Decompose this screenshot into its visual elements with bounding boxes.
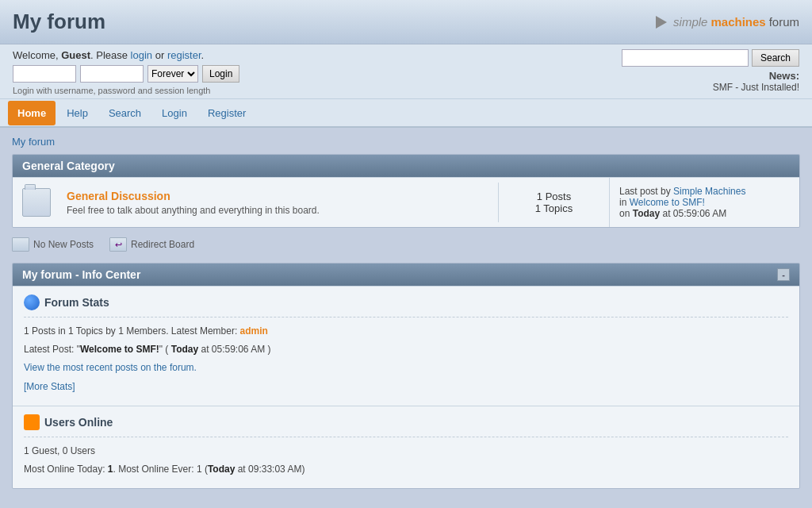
smf-logo-machines: machines bbox=[710, 15, 765, 29]
lastpost-topic[interactable]: Welcome to SMF! bbox=[630, 197, 705, 208]
board-info: General Discussion Feel free to talk abo… bbox=[60, 182, 498, 224]
legend-redirect-icon bbox=[109, 237, 127, 252]
welcome-text: Welcome, Guest. Please login or register… bbox=[13, 49, 239, 61]
recent-posts-link[interactable]: View the most recent posts on the forum. bbox=[24, 362, 197, 373]
nav-help[interactable]: Help bbox=[57, 101, 98, 125]
site-header: My forum simplemachines forum bbox=[0, 0, 812, 44]
nav-home[interactable]: Home bbox=[8, 101, 56, 125]
recent-posts-line: View the most recent posts on the forum. bbox=[24, 360, 788, 375]
login-hint: Login with username, password and sessio… bbox=[13, 86, 239, 95]
main-content: My forum General Category General Discus… bbox=[6, 136, 806, 489]
news-content: SMF - Just Installed! bbox=[713, 82, 799, 93]
board-lastpost: Last post by Simple Machines in Welcome … bbox=[609, 178, 799, 227]
search-input[interactable] bbox=[622, 49, 749, 67]
board-row: General Discussion Feel free to talk abo… bbox=[13, 177, 799, 227]
news-label: News: bbox=[769, 70, 799, 82]
lastpost-today: Today bbox=[633, 208, 660, 219]
smf-logo-simple: simple bbox=[673, 15, 707, 29]
password-input[interactable] bbox=[80, 65, 144, 83]
divider2 bbox=[24, 437, 788, 437]
category-title: General Category bbox=[22, 160, 115, 172]
smf-logo-arrow bbox=[656, 16, 667, 29]
legend-no-new-posts: No New Posts bbox=[12, 237, 94, 252]
info-center-title: My forum - Info Center bbox=[22, 268, 140, 281]
board-icon bbox=[13, 179, 60, 226]
username-input[interactable] bbox=[13, 65, 76, 83]
latest-post-link[interactable]: Welcome to SMF! bbox=[80, 344, 159, 355]
nav-search[interactable]: Search bbox=[99, 101, 151, 125]
search-button[interactable]: Search bbox=[752, 49, 799, 67]
latest-post-line: Latest Post: "Welcome to SMF!" ( Today a… bbox=[24, 342, 788, 357]
smf-logo-forum: forum bbox=[769, 15, 799, 29]
register-link[interactable]: register bbox=[167, 49, 201, 61]
login-link[interactable]: login bbox=[131, 49, 152, 61]
lastpost-time: at 05:59:06 AM bbox=[660, 208, 726, 219]
legend-folder-icon bbox=[12, 237, 29, 252]
topbar: Welcome, Guest. Please login or register… bbox=[0, 44, 812, 99]
breadcrumb-link[interactable]: My forum bbox=[12, 136, 55, 148]
login-form: Forever Login bbox=[13, 65, 239, 83]
more-stats-link[interactable]: [More Stats] bbox=[24, 381, 75, 392]
login-button[interactable]: Login bbox=[202, 65, 239, 83]
nav-login[interactable]: Login bbox=[152, 101, 197, 125]
nav-register[interactable]: Register bbox=[198, 101, 255, 125]
board-topics: 1 Topics bbox=[505, 202, 603, 214]
topbar-right: Search News: SMF - Just Installed! bbox=[622, 49, 799, 93]
admin-link[interactable]: admin bbox=[240, 325, 268, 337]
users-online-section: Users Online 1 Guest, 0 Users Most Onlin… bbox=[13, 406, 799, 488]
search-row: Search bbox=[622, 49, 799, 67]
globe-icon bbox=[24, 294, 40, 310]
board-description: Feel free to talk about anything and eve… bbox=[67, 205, 492, 216]
forum-stats-section: Forum Stats 1 Posts in 1 Topics by 1 Mem… bbox=[13, 286, 799, 406]
users-online-title: Users Online bbox=[24, 414, 788, 430]
users-online-count: 1 Guest, 0 Users bbox=[24, 444, 788, 459]
most-online-line: Most Online Today: 1. Most Online Ever: … bbox=[24, 462, 788, 477]
collapse-button[interactable]: - bbox=[777, 268, 790, 281]
lastpost-prefix: Last post bbox=[619, 186, 658, 197]
forum-title: My forum bbox=[13, 10, 105, 34]
smf-logo: simplemachines forum bbox=[656, 15, 799, 29]
session-select[interactable]: Forever bbox=[147, 65, 198, 83]
forum-stats-summary: 1 Posts in 1 Topics by 1 Members. Latest… bbox=[24, 324, 788, 339]
more-stats-line: [More Stats] bbox=[24, 379, 788, 394]
legend-redirect-label: Redirect Board bbox=[131, 239, 194, 250]
topbar-left: Welcome, Guest. Please login or register… bbox=[13, 49, 239, 95]
breadcrumb: My forum bbox=[12, 136, 800, 148]
folder-icon bbox=[22, 188, 51, 217]
guest-label: Guest bbox=[61, 49, 90, 61]
lastpost-author[interactable]: Simple Machines bbox=[673, 186, 745, 197]
board-posts: 1 Posts bbox=[505, 190, 603, 202]
category-header: General Category bbox=[13, 155, 799, 177]
info-center-header: My forum - Info Center - bbox=[13, 264, 799, 286]
divider bbox=[24, 317, 788, 318]
category-block: General Category General Discussion Feel… bbox=[12, 154, 800, 228]
legend: No New Posts Redirect Board bbox=[12, 237, 800, 252]
users-icon bbox=[24, 414, 40, 430]
board-title[interactable]: General Discussion bbox=[67, 190, 492, 202]
news-text: News: SMF - Just Installed! bbox=[622, 70, 799, 93]
legend-no-new-label: No New Posts bbox=[33, 239, 94, 250]
forum-stats-title: Forum Stats bbox=[24, 294, 788, 310]
board-stats: 1 Posts 1 Topics bbox=[498, 183, 609, 222]
info-center: My forum - Info Center - Forum Stats 1 P… bbox=[12, 263, 800, 489]
legend-redirect: Redirect Board bbox=[109, 237, 194, 252]
navbar: Home Help Search Login Register bbox=[0, 99, 812, 128]
